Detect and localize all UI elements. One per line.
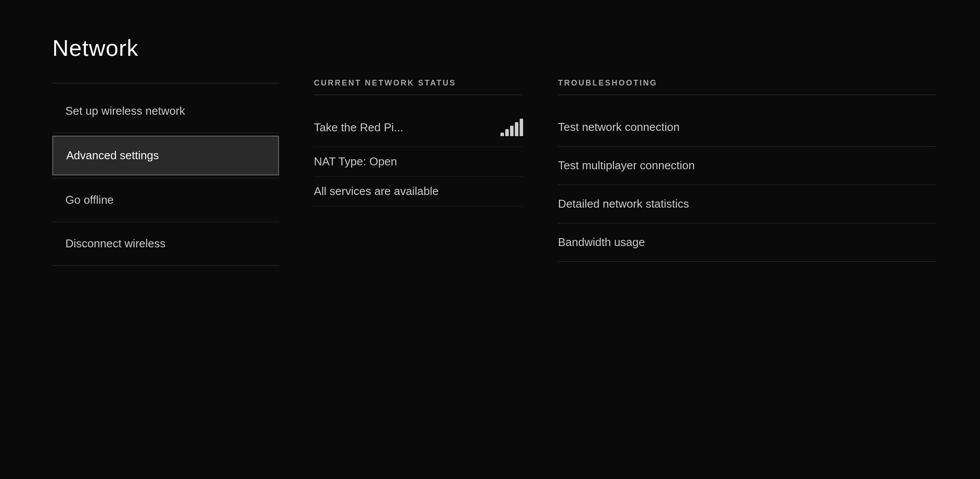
nav-divider-3: [52, 222, 279, 222]
troubleshoot-detailed-stats[interactable]: Detailed network statistics: [558, 185, 936, 223]
services-status-text: All services are available: [314, 177, 523, 206]
page-container: Network Set up wireless network Advanced…: [0, 0, 980, 479]
troubleshoot-bandwidth[interactable]: Bandwidth usage: [558, 223, 936, 262]
network-status-header: CURRENT NETWORK STATUS: [314, 79, 523, 95]
network-status-section: CURRENT NETWORK STATUS Take the Red Pi..…: [279, 79, 523, 444]
page-title: Network: [52, 35, 936, 61]
left-nav: Set up wireless network Advanced setting…: [52, 79, 279, 444]
nav-item-disconnect-wireless[interactable]: Disconnect wireless: [52, 225, 279, 263]
nav-item-setup-wireless[interactable]: Set up wireless network: [52, 92, 279, 130]
nav-item-go-offline[interactable]: Go offline: [52, 181, 279, 219]
content-layout: Set up wireless network Advanced setting…: [52, 79, 936, 444]
network-name-row: Take the Red Pi...: [314, 108, 523, 147]
nat-type-text: NAT Type: Open: [314, 147, 523, 177]
troubleshoot-test-multiplayer[interactable]: Test multiplayer connection: [558, 147, 936, 185]
troubleshooting-section: TROUBLESHOOTING Test network connection …: [523, 79, 936, 444]
nav-top-divider: [52, 83, 279, 83]
signal-bar-3: [510, 126, 514, 136]
signal-bar-4: [515, 122, 518, 136]
troubleshoot-test-network[interactable]: Test network connection: [558, 108, 936, 147]
signal-bar-1: [500, 133, 504, 136]
network-name-text: Take the Red Pi...: [314, 121, 403, 134]
nav-divider-1: [52, 133, 279, 133]
nav-divider-2: [52, 178, 279, 178]
signal-strength-icon: [500, 119, 523, 136]
nav-divider-4: [52, 265, 279, 266]
signal-bar-5: [520, 119, 523, 136]
signal-bar-2: [505, 129, 509, 136]
nav-item-advanced-settings[interactable]: Advanced settings: [52, 136, 279, 175]
troubleshooting-header: TROUBLESHOOTING: [558, 79, 936, 95]
